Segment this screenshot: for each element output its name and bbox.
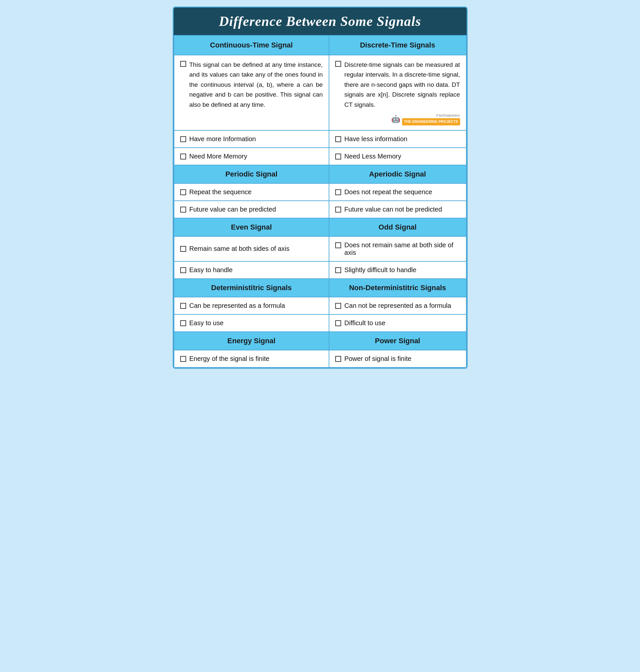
section-col2: Aperiodic Signal [329, 165, 466, 183]
bullet-row: Energy of the signal is finitePower of s… [174, 350, 466, 368]
tagline: # technopreneur [436, 113, 460, 118]
col1-bullet-cell: Need More Memory [174, 148, 329, 165]
col2-bullet-cell: Power of signal is finite [329, 350, 466, 368]
bullet-icon [335, 61, 341, 67]
section-header-row: Periodic SignalAperiodic Signal [174, 165, 466, 183]
section-header-row: Even SignalOdd Signal [174, 218, 466, 237]
col2-bullet-cell: Can not be represented as a formula [329, 297, 466, 314]
col1-bullet-cell: Energy of the signal is finite [174, 350, 329, 368]
bullet-icon [180, 320, 186, 326]
bullet-icon [180, 246, 186, 252]
brand-badge: THE ENGINEERING PROJECTS [402, 118, 460, 125]
bullet-row: Can be represented as a formulaCan not b… [174, 297, 466, 314]
col1-bullet-cell: Easy to use [174, 314, 329, 332]
section-header-row: Deterministitric SignalsNon-Deterministi… [174, 279, 466, 297]
robot-icon: 🤖 [391, 113, 400, 125]
col1-bullet-cell: Future value can be predicted [174, 201, 329, 218]
ct-description: This signal can be defined at any time i… [174, 55, 329, 130]
col1-bullet-cell: Easy to handle [174, 261, 329, 279]
bullet-icon [180, 303, 186, 309]
section-col1: Deterministitric Signals [174, 279, 329, 297]
bullet-icon [335, 320, 341, 326]
bullet-icon [180, 189, 186, 195]
col1-bullet-cell: Repeat the sequence [174, 183, 329, 201]
main-container: Difference Between Some Signals Continuo… [173, 6, 468, 369]
logo-area: 🤖# technopreneurTHE ENGINEERING PROJECTS [335, 113, 460, 125]
section-col2: Non-Deterministitric Signals [329, 279, 466, 297]
col2-header: Discrete-Time Signals [329, 35, 466, 55]
comparison-table: Continuous-Time Signal Discrete-Time Sig… [174, 35, 467, 368]
col1-bullet-cell: Have more Information [174, 130, 329, 148]
bullet-icon [335, 267, 341, 273]
bullet-icon [335, 136, 341, 142]
bullet-icon [180, 153, 186, 160]
bullet-icon [180, 356, 186, 362]
col1-header: Continuous-Time Signal [174, 35, 329, 55]
bullet-icon [180, 267, 186, 273]
bullet-row: Easy to useDifficult to use [174, 314, 466, 332]
col2-bullet-cell: Need Less Memory [329, 148, 466, 165]
bullet-row: Have more InformationHave less informati… [174, 130, 466, 148]
bullet-icon [335, 303, 341, 309]
col2-bullet-cell: Does not remain same at both side of axi… [329, 237, 466, 261]
col2-bullet-cell: Difficult to use [329, 314, 466, 332]
section-col1: Energy Signal [174, 332, 329, 350]
section-header-row: Energy SignalPower Signal [174, 332, 466, 350]
col1-bullet-cell: Remain same at both sides of axis [174, 237, 329, 261]
bullet-icon [180, 207, 186, 212]
col1-bullet-cell: Can be represented as a formula [174, 297, 329, 314]
bullet-icon [335, 153, 341, 160]
col2-bullet-cell: Slightly difficult to handle [329, 261, 466, 279]
bullet-icon [180, 136, 186, 142]
bullet-icon [180, 61, 186, 67]
bullet-icon [335, 189, 341, 195]
bullet-icon [335, 242, 341, 248]
bullet-row: Repeat the sequenceDoes not repeat the s… [174, 183, 466, 201]
description-row: This signal can be defined at any time i… [174, 55, 466, 130]
section-col1: Periodic Signal [174, 165, 329, 183]
col2-bullet-cell: Future value can not be predicted [329, 201, 466, 218]
col2-bullet-cell: Does not repeat the sequence [329, 183, 466, 201]
section-col2: Odd Signal [329, 218, 466, 237]
bullet-icon [335, 356, 341, 362]
bullet-row: Easy to handleSlightly difficult to hand… [174, 261, 466, 279]
bullet-row: Need More MemoryNeed Less Memory [174, 148, 466, 165]
col2-bullet-cell: Have less information [329, 130, 466, 148]
section-col1: Even Signal [174, 218, 329, 237]
section-col2: Power Signal [329, 332, 466, 350]
bullet-row: Future value can be predictedFuture valu… [174, 201, 466, 218]
dt-description: Discrete-time signals can be measured at… [329, 55, 466, 130]
bullet-row: Remain same at both sides of axisDoes no… [174, 237, 466, 261]
page-title: Difference Between Some Signals [174, 8, 467, 35]
bullet-icon [335, 207, 341, 212]
